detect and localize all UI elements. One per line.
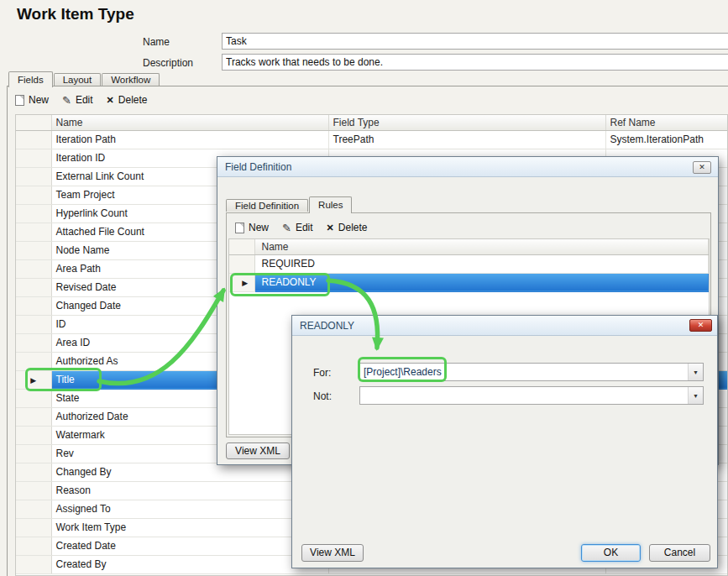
table-row[interactable]: REQUIRED bbox=[229, 254, 709, 273]
row-selector bbox=[16, 444, 51, 463]
row-selector bbox=[16, 259, 51, 278]
row-selector bbox=[16, 537, 51, 555]
row-selector bbox=[16, 389, 51, 407]
description-input[interactable] bbox=[222, 54, 728, 71]
row-selector bbox=[16, 463, 51, 481]
tab-rules[interactable]: Rules bbox=[309, 196, 352, 213]
cell: Iteration Path bbox=[51, 130, 328, 149]
name-label: Name bbox=[143, 36, 170, 48]
cell: Assigned To bbox=[51, 500, 328, 518]
cell: Work Item Type bbox=[51, 518, 328, 537]
row-selector bbox=[16, 518, 51, 537]
new-rule-button[interactable]: New bbox=[235, 222, 269, 233]
row-selector bbox=[16, 167, 51, 186]
delete-button-label: Delete bbox=[118, 94, 148, 106]
cancel-button[interactable]: Cancel bbox=[649, 544, 710, 562]
not-label: Not: bbox=[313, 390, 332, 402]
row-selector bbox=[16, 407, 51, 426]
pencil-icon: ✎ bbox=[282, 223, 291, 233]
row-selector bbox=[16, 352, 51, 370]
cell: Created By bbox=[51, 555, 328, 573]
cell: Reason bbox=[51, 481, 328, 500]
row-selector bbox=[16, 149, 51, 167]
cell: TreePath bbox=[328, 130, 605, 149]
chevron-down-icon[interactable]: ▼ bbox=[688, 387, 703, 404]
row-selector bbox=[16, 333, 51, 352]
tab-field-definition[interactable]: Field Definition bbox=[226, 199, 308, 212]
ok-button[interactable]: OK bbox=[581, 544, 641, 562]
cell: REQUIRED bbox=[254, 254, 709, 273]
main-tabstrip: Fields Layout Workflow bbox=[8, 71, 160, 86]
row-selector bbox=[16, 241, 51, 259]
new-button-label: New bbox=[29, 94, 49, 106]
delete-button[interactable]: ✕ Delete bbox=[107, 94, 148, 106]
column-header-ref-name: Ref Name bbox=[605, 115, 728, 130]
page-title: Work Item Type bbox=[17, 5, 134, 24]
delete-rule-button-label: Delete bbox=[338, 222, 368, 233]
tab-layout[interactable]: Layout bbox=[54, 73, 102, 86]
tab-fields[interactable]: Fields bbox=[8, 71, 53, 87]
selected-row-marker-icon: ▶ bbox=[30, 376, 36, 385]
rules-table: Name REQUIRED ▶READONLY bbox=[229, 239, 709, 292]
edit-button-label: Edit bbox=[76, 94, 93, 106]
readonly-dialog: READONLY ✕ For: [Project]\Readers ▼ Not:… bbox=[291, 315, 718, 568]
field-definition-title: Field Definition bbox=[225, 161, 291, 173]
edit-button[interactable]: ✎ Edit bbox=[62, 94, 93, 106]
selected-row-marker-icon: ▶ bbox=[242, 279, 248, 287]
close-icon[interactable]: ✕ bbox=[689, 319, 712, 332]
row-selector bbox=[16, 481, 51, 500]
new-document-icon bbox=[15, 95, 24, 106]
not-combobox[interactable]: ▼ bbox=[359, 386, 704, 405]
readonly-titlebar[interactable]: READONLY bbox=[292, 316, 717, 336]
edit-rule-button-label: Edit bbox=[296, 222, 313, 233]
view-xml-button[interactable]: View XML bbox=[301, 544, 364, 562]
new-document-icon bbox=[235, 223, 244, 233]
row-selector bbox=[16, 186, 51, 204]
column-header-name: Name bbox=[254, 239, 709, 254]
header-row: Name bbox=[229, 239, 709, 254]
chevron-down-icon[interactable]: ▼ bbox=[688, 364, 703, 380]
table-row[interactable]: Iteration PathTreePathSystem.IterationPa… bbox=[16, 130, 728, 149]
field-definition-tabstrip: Field Definition Rules bbox=[226, 196, 352, 212]
delete-x-icon: ✕ bbox=[107, 95, 114, 105]
new-rule-button-label: New bbox=[249, 222, 269, 233]
row-selector bbox=[16, 555, 51, 573]
row-selector bbox=[16, 426, 51, 444]
row-selector bbox=[16, 130, 51, 149]
column-header-field-type: Field Type bbox=[328, 115, 605, 130]
row-selector: ▶ bbox=[16, 370, 51, 389]
row-selector bbox=[16, 204, 51, 223]
pencil-icon: ✎ bbox=[62, 95, 71, 106]
fields-toolbar: New ✎ Edit ✕ Delete bbox=[15, 90, 148, 110]
cell: Changed By bbox=[51, 463, 328, 481]
selector-header bbox=[229, 239, 254, 254]
selector-header bbox=[16, 115, 51, 130]
readonly-title: READONLY bbox=[300, 320, 354, 332]
field-definition-titlebar[interactable]: Field Definition bbox=[217, 157, 718, 177]
tab-workflow[interactable]: Workflow bbox=[102, 73, 160, 86]
for-label: For: bbox=[313, 367, 331, 379]
new-button[interactable]: New bbox=[15, 94, 49, 106]
row-selector bbox=[16, 500, 51, 518]
close-icon[interactable]: ✕ bbox=[693, 161, 711, 174]
cell: System.IterationPath bbox=[605, 130, 728, 149]
delete-rule-button[interactable]: ✕ Delete bbox=[327, 222, 368, 233]
row-selector bbox=[16, 223, 51, 241]
edit-rule-button[interactable]: ✎ Edit bbox=[282, 222, 313, 233]
column-header-name: Name bbox=[51, 115, 328, 130]
name-input[interactable] bbox=[222, 33, 728, 50]
table-row-selected[interactable]: ▶READONLY bbox=[229, 273, 709, 291]
view-xml-button[interactable]: View XML bbox=[226, 442, 290, 459]
delete-x-icon: ✕ bbox=[327, 223, 334, 233]
cell: Created Date bbox=[51, 537, 328, 555]
row-selector bbox=[16, 278, 51, 296]
work-item-type-window: Work Item Type Name Description Fields L… bbox=[0, 0, 728, 576]
for-combobox[interactable]: [Project]\Readers ▼ bbox=[359, 363, 704, 381]
row-selector bbox=[229, 254, 254, 273]
row-selector: ▶ bbox=[229, 273, 254, 291]
cell: READONLY bbox=[254, 273, 709, 291]
row-selector bbox=[16, 296, 51, 315]
rules-toolbar: New ✎ Edit ✕ Delete bbox=[235, 217, 368, 238]
row-selector bbox=[16, 315, 51, 333]
description-label: Description bbox=[143, 57, 193, 69]
